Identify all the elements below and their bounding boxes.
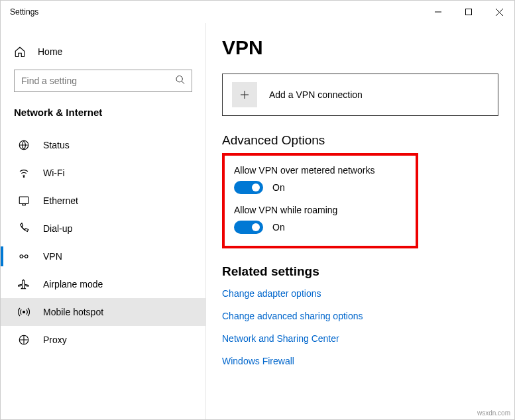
svg-point-13 — [23, 311, 25, 313]
search-box[interactable] — [14, 70, 192, 92]
airplane-icon — [18, 278, 30, 290]
status-icon — [18, 139, 30, 151]
nav-label: Status — [43, 140, 70, 150]
advanced-heading: Advanced Options — [222, 133, 498, 148]
related-heading: Related settings — [222, 264, 498, 279]
sidebar-item-hotspot[interactable]: Mobile hotspot — [1, 298, 205, 326]
add-vpn-label: Add a VPN connection — [269, 89, 363, 100]
svg-rect-9 — [23, 204, 26, 205]
sidebar-item-vpn[interactable]: VPN — [1, 242, 205, 270]
window-controls — [423, 1, 514, 23]
sidebar-item-wifi[interactable]: Wi-Fi — [1, 159, 205, 187]
nav-list: Status Wi-Fi Ethernet Dial-up VPN — [1, 131, 205, 354]
nav-label: Airplane mode — [43, 279, 103, 289]
toggle-state: On — [272, 182, 285, 193]
settings-window: Settings Home — [0, 0, 515, 420]
ethernet-icon — [18, 195, 30, 207]
svg-point-11 — [25, 255, 29, 258]
close-button[interactable] — [484, 1, 514, 23]
nav-label: Mobile hotspot — [43, 307, 103, 317]
sidebar: Home Network & Internet Status Wi — [1, 23, 206, 419]
sidebar-item-proxy[interactable]: Proxy — [1, 326, 205, 354]
hotspot-icon — [18, 306, 30, 318]
toggle-state: On — [272, 222, 285, 233]
dialup-icon — [18, 223, 30, 235]
nav-label: VPN — [43, 251, 62, 262]
sidebar-item-airplane[interactable]: Airplane mode — [1, 270, 205, 298]
link-network-center[interactable]: Network and Sharing Center — [222, 333, 498, 344]
vpn-icon — [18, 250, 30, 262]
nav-label: Proxy — [43, 335, 67, 345]
minimize-button[interactable] — [423, 1, 453, 23]
svg-rect-8 — [19, 197, 29, 204]
add-vpn-button[interactable]: Add a VPN connection — [222, 74, 498, 116]
svg-point-7 — [23, 176, 25, 178]
sidebar-item-ethernet[interactable]: Ethernet — [1, 187, 205, 215]
proxy-icon — [18, 334, 30, 346]
maximize-button[interactable] — [453, 1, 484, 23]
svg-rect-1 — [466, 9, 472, 15]
option-label: Allow VPN over metered networks — [234, 165, 406, 176]
sidebar-item-status[interactable]: Status — [1, 131, 205, 159]
home-label: Home — [38, 46, 62, 57]
home-icon — [14, 46, 26, 58]
nav-label: Dial-up — [43, 223, 72, 234]
main-content: VPN Add a VPN connection Advanced Option… — [206, 23, 514, 419]
page-title: VPN — [222, 36, 498, 59]
titlebar: Settings — [1, 1, 514, 23]
option-label: Allow VPN while roaming — [234, 205, 406, 215]
section-heading: Network & Internet — [1, 104, 205, 131]
link-firewall[interactable]: Windows Firewall — [222, 356, 498, 366]
nav-label: Ethernet — [43, 195, 78, 206]
window-title: Settings — [10, 7, 38, 17]
link-sharing-options[interactable]: Change advanced sharing options — [222, 311, 498, 321]
search-input[interactable] — [14, 70, 192, 92]
sidebar-item-dialup[interactable]: Dial-up — [1, 215, 205, 242]
svg-point-4 — [176, 76, 182, 82]
link-adapter-options[interactable]: Change adapter options — [222, 288, 498, 299]
metered-toggle[interactable] — [234, 181, 263, 194]
plus-icon — [232, 82, 257, 107]
svg-point-10 — [20, 255, 23, 258]
wifi-icon — [18, 167, 30, 179]
nav-label: Wi-Fi — [43, 168, 65, 178]
watermark: wsxdn.com — [477, 409, 510, 417]
highlighted-section: Allow VPN over metered networks On Allow… — [222, 153, 418, 248]
svg-line-5 — [182, 81, 184, 84]
roaming-toggle[interactable] — [234, 221, 263, 234]
home-nav[interactable]: Home — [1, 39, 205, 64]
search-icon — [175, 75, 186, 87]
